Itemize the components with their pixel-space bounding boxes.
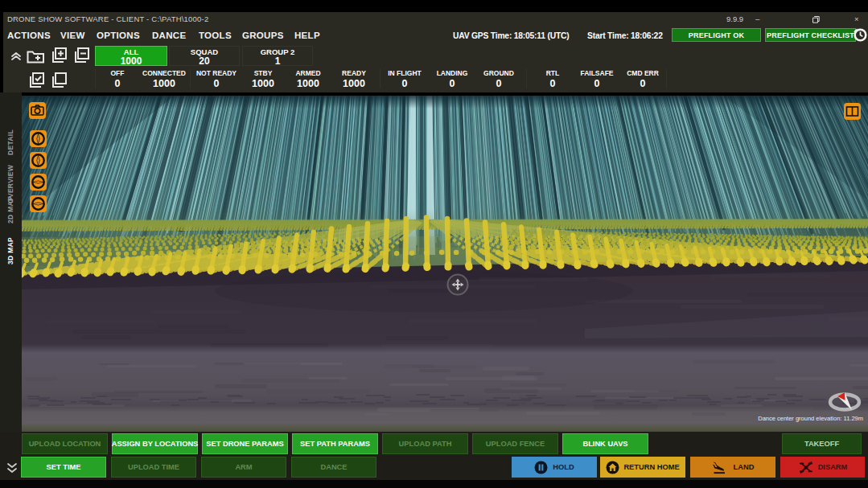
- svg-text:Dance center ground elevation:: Dance center ground elevation: 11.29m: [758, 415, 863, 422]
